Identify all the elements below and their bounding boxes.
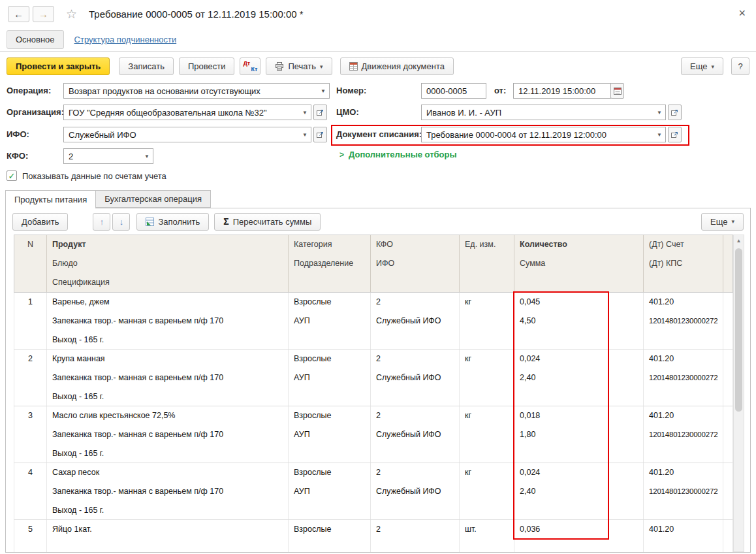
- dt-account-value: 401.20: [644, 350, 723, 368]
- dt-account-value: 401.20: [644, 406, 723, 425]
- kfo-value: 2: [371, 463, 459, 482]
- table-more-button[interactable]: Еще ▾: [701, 213, 744, 231]
- product-cell: Сахар песок Запеканка твор.- манная с ва…: [47, 463, 289, 519]
- table-row[interactable]: 1 Варенье, джем Запеканка твор.- манная …: [14, 293, 733, 350]
- document-header-form: Операция: Возврат продуктов на основании…: [0, 80, 756, 190]
- recalculate-sums-button[interactable]: Σ Пересчитать суммы: [214, 213, 321, 231]
- header-quantity[interactable]: Количество Сумма: [514, 235, 644, 292]
- table-row[interactable]: 3 Масло слив крестьянское 72,5% Запеканк…: [14, 406, 733, 463]
- header-n[interactable]: N: [14, 235, 47, 292]
- navigation-row: Основное Структура подчиненности: [0, 27, 756, 52]
- unit-cell: кг: [460, 293, 514, 349]
- kfo-value: 2: [371, 520, 459, 539]
- clipped-column-cell: [723, 520, 732, 552]
- dropdown-arrow-icon[interactable]: ▼: [317, 88, 329, 94]
- structure-link[interactable]: Структура подчиненности: [74, 35, 177, 44]
- cmo-open-button[interactable]: [668, 105, 682, 120]
- post-and-close-button[interactable]: Провести и закрыть: [7, 57, 110, 75]
- dropdown-arrow-icon[interactable]: ▼: [654, 132, 665, 138]
- sum-value: 2,40: [514, 482, 643, 501]
- table-row[interactable]: 4 Сахар песок Запеканка твор.- манная с …: [14, 463, 733, 520]
- dropdown-arrow-icon[interactable]: ▼: [299, 132, 311, 138]
- category-value: Взрослые: [289, 350, 370, 368]
- quantity-value: 0,018: [514, 406, 643, 425]
- writeoff-doc-open-button[interactable]: [668, 127, 682, 142]
- forward-button[interactable]: →: [33, 6, 54, 22]
- tab-accounting-operation[interactable]: Бухгалтерская операция: [95, 190, 211, 208]
- spec-text: Выход - 165 г.: [47, 387, 288, 406]
- organization-open-button[interactable]: [313, 105, 327, 120]
- help-button[interactable]: ?: [731, 57, 749, 75]
- open-field-icon: [671, 131, 678, 138]
- scroll-up-button[interactable]: ▲: [734, 235, 744, 246]
- division-value: АУП: [289, 482, 370, 501]
- move-up-button[interactable]: ↑: [93, 213, 110, 231]
- move-down-button[interactable]: ↓: [112, 213, 130, 231]
- credit-label: Кт: [251, 66, 258, 73]
- dt-kt-button[interactable]: Дт Кт: [240, 57, 260, 75]
- organization-field[interactable]: ГОУ "Средняя общеобразовательная школа №…: [63, 105, 311, 120]
- caret-down-icon: ▾: [711, 63, 714, 70]
- open-field-icon: [671, 109, 678, 116]
- forward-arrow-icon: →: [39, 8, 48, 20]
- unit-value: кг: [460, 293, 514, 312]
- header-product[interactable]: Продукт Блюдо Спецификация: [47, 235, 289, 292]
- food-products-panel: Добавить ↑ ↓ Заполнить Σ Пересчитать сум…: [5, 208, 751, 553]
- ifo-value: Служебный ИФО: [371, 425, 459, 444]
- row-number: 2: [14, 350, 46, 368]
- category-cell: Взрослые АУП: [289, 406, 371, 463]
- dropdown-arrow-icon[interactable]: ▼: [299, 110, 311, 116]
- table-body: 1 Варенье, джем Запеканка твор.- манная …: [14, 293, 733, 552]
- clipped-column-cell: [723, 406, 732, 463]
- print-button[interactable]: Печать ▾: [266, 57, 332, 75]
- number-field[interactable]: 0000-0005: [421, 83, 486, 99]
- category-value: Взрослые: [289, 406, 370, 425]
- show-accounts-checkbox[interactable]: ✓: [7, 171, 17, 181]
- close-icon[interactable]: ×: [738, 7, 746, 19]
- table-row[interactable]: 5 Яйцо 1кат. Взрослые 2 шт. 0,036 401.20: [14, 520, 733, 552]
- tab-food-products[interactable]: Продукты питания: [5, 190, 96, 208]
- date-field[interactable]: 12.11.2019 15:00:00: [513, 83, 611, 99]
- table-row[interactable]: 2 Крупа манная Запеканка твор.- манная с…: [14, 350, 733, 406]
- dropdown-arrow-icon[interactable]: ▼: [654, 110, 665, 116]
- fill-button[interactable]: Заполнить: [136, 213, 209, 231]
- sum-value: 2,40: [514, 368, 643, 387]
- product-name: Масло слив крестьянское 72,5%: [47, 406, 288, 425]
- operation-field[interactable]: Возврат продуктов на основании отсутству…: [63, 83, 330, 99]
- division-value: [289, 539, 370, 552]
- post-button[interactable]: Провести: [179, 57, 235, 75]
- tab-main[interactable]: Основное: [7, 30, 64, 49]
- add-row-button[interactable]: Добавить: [12, 213, 68, 231]
- vertical-scrollbar[interactable]: ▲: [733, 235, 744, 552]
- scrollbar-thumb[interactable]: [735, 248, 742, 412]
- additional-filters-link[interactable]: > Дополнительные отборы: [339, 150, 457, 159]
- save-button[interactable]: Записать: [119, 57, 174, 75]
- header-kfo[interactable]: КФО ИФО: [371, 235, 460, 292]
- kfo-field[interactable]: 2 ▼: [63, 148, 153, 164]
- document-movements-button[interactable]: Движения документа: [340, 57, 454, 75]
- unit-value: кг: [460, 463, 514, 482]
- cmo-field[interactable]: Иванов И. И. - АУП ▼: [421, 105, 666, 120]
- row-number-cell: 5: [14, 520, 47, 552]
- number-label: Номер:: [336, 86, 366, 95]
- ifo-field[interactable]: Служебный ИФО ▼: [63, 127, 311, 142]
- product-cell: Масло слив крестьянское 72,5% Запеканка …: [47, 406, 289, 463]
- header-category[interactable]: Категория Подразделение: [289, 235, 371, 292]
- page-tabs: Продукты питания Бухгалтерская операция: [5, 190, 211, 208]
- quantity-cell: 0,036: [514, 520, 644, 552]
- category-value: Взрослые: [289, 463, 370, 482]
- dt-account-value: 401.20: [644, 293, 723, 312]
- writeoff-doc-field[interactable]: Требование 0000-0004 от 12.11.2019 12:00…: [421, 127, 666, 142]
- ifo-open-button[interactable]: [313, 127, 327, 142]
- check-icon: ✓: [8, 172, 16, 180]
- more-button[interactable]: Еще ▾: [681, 57, 723, 75]
- header-unit[interactable]: Ед. изм.: [460, 235, 514, 292]
- dropdown-arrow-icon[interactable]: ▼: [141, 154, 153, 159]
- favorite-star-icon[interactable]: ☆: [66, 8, 77, 20]
- arrow-down-icon: ↓: [119, 217, 124, 227]
- unit-value: шт.: [460, 520, 514, 539]
- division-value: АУП: [289, 425, 370, 444]
- back-button[interactable]: ←: [8, 6, 29, 22]
- calendar-button[interactable]: [610, 83, 624, 99]
- header-dt-account[interactable]: (Дт) Счет (Дт) КПС: [644, 235, 723, 292]
